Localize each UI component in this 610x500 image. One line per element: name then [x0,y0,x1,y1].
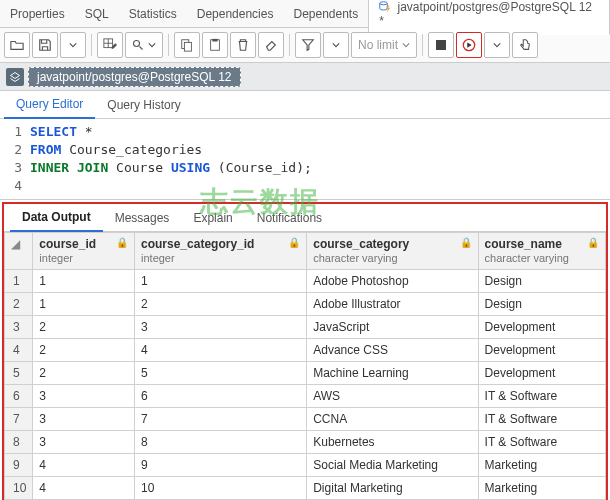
cell[interactable]: IT & Software [478,385,605,408]
cell[interactable]: Development [478,316,605,339]
paste-button[interactable] [202,32,228,58]
limit-label: No limit [358,38,398,52]
cell[interactable]: Machine Learning [307,362,478,385]
tab-query-editor[interactable]: Query Editor [4,91,95,119]
column-header[interactable]: 🔒course_categorycharacter varying [307,233,478,270]
eraser-icon [264,38,278,52]
cell[interactable]: 3 [135,316,307,339]
stop-button[interactable] [428,32,454,58]
cell[interactable]: 2 [135,293,307,316]
table-row[interactable]: 737CCNAIT & Software [5,408,606,431]
tab-statistics[interactable]: Statistics [119,1,187,27]
cell[interactable]: 2 [33,339,135,362]
grid-pencil-icon [103,38,117,52]
cell[interactable]: Adobe Illustrator [307,293,478,316]
cell[interactable]: Design [478,270,605,293]
cell[interactable]: 1 [33,270,135,293]
filter-button[interactable] [295,32,321,58]
save-button[interactable] [32,32,58,58]
cell[interactable]: AWS [307,385,478,408]
editor-tabs: Query Editor Query History [0,91,610,119]
tab-query-history[interactable]: Query History [95,92,192,118]
row-number: 6 [5,385,33,408]
sql-editor[interactable]: 1234 SELECT * FROM Course_categories INN… [0,119,610,200]
cell[interactable]: 3 [33,408,135,431]
play-icon [462,38,476,52]
delete-button[interactable] [230,32,256,58]
filter-icon [301,38,315,52]
cell[interactable]: 5 [135,362,307,385]
cell[interactable]: 2 [33,316,135,339]
cell[interactable]: CCNA [307,408,478,431]
cell[interactable]: 1 [33,293,135,316]
column-header[interactable]: 🔒course_idinteger [33,233,135,270]
search-icon [132,39,144,51]
cell[interactable]: Design [478,293,605,316]
table-row[interactable]: 424Advance CSSDevelopment [5,339,606,362]
cell[interactable]: 4 [33,477,135,500]
edit-grid-button[interactable] [97,32,123,58]
cell[interactable]: 6 [135,385,307,408]
copy-button[interactable] [174,32,200,58]
cell[interactable]: Development [478,339,605,362]
explain-button[interactable] [512,32,538,58]
cell[interactable]: Digital Marketing [307,477,478,500]
tab-dependencies[interactable]: Dependencies [187,1,284,27]
column-header[interactable]: 🔒course_namecharacter varying [478,233,605,270]
cell[interactable]: Social Media Marketing [307,454,478,477]
cell[interactable]: Advance CSS [307,339,478,362]
table-row[interactable]: 323JavaScriptDevelopment [5,316,606,339]
result-grid[interactable]: ◢🔒course_idinteger🔒course_category_idint… [4,232,606,500]
cell[interactable]: 4 [135,339,307,362]
tab-properties[interactable]: Properties [0,1,75,27]
chevron-down-icon [493,41,501,49]
search-dropdown[interactable] [125,32,163,58]
table-row[interactable]: 10410Digital MarketingMarketing [5,477,606,500]
table-row[interactable]: 838KubernetesIT & Software [5,431,606,454]
cell[interactable]: Development [478,362,605,385]
tab-notifications[interactable]: Notifications [245,205,334,231]
tab-query-tool[interactable]: javatpoint/postgres@PostgreSQL 12 * [368,0,610,35]
cell[interactable]: 2 [33,362,135,385]
tab-sql[interactable]: SQL [75,1,119,27]
cell[interactable]: 3 [33,385,135,408]
cell[interactable]: 10 [135,477,307,500]
table-row[interactable]: 636AWSIT & Software [5,385,606,408]
tab-dependents[interactable]: Dependents [283,1,368,27]
connection-path[interactable]: javatpoint/postgres@PostgreSQL 12 [28,67,241,87]
cell[interactable]: 3 [33,431,135,454]
tab-explain[interactable]: Explain [181,205,244,231]
paste-icon [208,38,222,52]
svg-point-0 [380,2,388,5]
table-row[interactable]: 949Social Media MarketingMarketing [5,454,606,477]
row-number: 7 [5,408,33,431]
clear-dropdown[interactable] [258,32,284,58]
table-row[interactable]: 111Adobe PhotoshopDesign [5,270,606,293]
cell[interactable]: 8 [135,431,307,454]
cell[interactable]: JavaScript [307,316,478,339]
cell[interactable]: 1 [135,270,307,293]
execute-button[interactable] [456,32,482,58]
open-file-button[interactable] [4,32,30,58]
cell[interactable]: Marketing [478,454,605,477]
cell[interactable]: 7 [135,408,307,431]
cell[interactable]: Kubernetes [307,431,478,454]
connection-breadcrumb: javatpoint/postgres@PostgreSQL 12 [0,63,610,91]
cell[interactable]: 4 [33,454,135,477]
cell[interactable]: 9 [135,454,307,477]
cell[interactable]: IT & Software [478,408,605,431]
filter-dropdown[interactable] [323,32,349,58]
cell[interactable]: Adobe Photoshop [307,270,478,293]
sql-code[interactable]: SELECT * FROM Course_categories INNER JO… [30,123,312,195]
tab-messages[interactable]: Messages [103,205,182,231]
execute-dropdown[interactable] [484,32,510,58]
column-header[interactable]: 🔒course_category_idinteger [135,233,307,270]
tab-data-output[interactable]: Data Output [10,204,103,232]
cell[interactable]: IT & Software [478,431,605,454]
limit-dropdown[interactable]: No limit [351,32,417,58]
cell[interactable]: Marketing [478,477,605,500]
toolbar: No limit [0,28,610,63]
table-row[interactable]: 525Machine LearningDevelopment [5,362,606,385]
table-row[interactable]: 212Adobe IllustratorDesign [5,293,606,316]
save-dropdown[interactable] [60,32,86,58]
